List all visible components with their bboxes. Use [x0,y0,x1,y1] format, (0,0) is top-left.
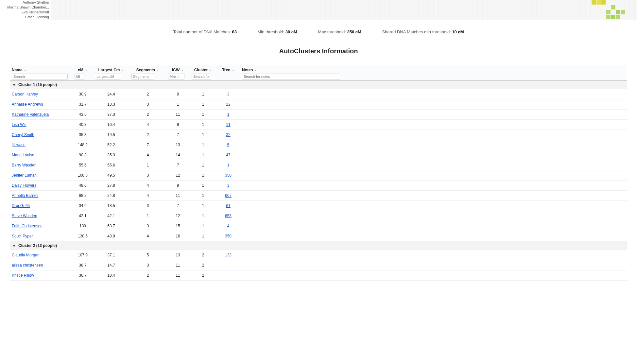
stat-total-value: 83 [232,29,236,34]
cell-cluster: 1 [190,181,216,191]
sort-icon[interactable]: ▲ [156,69,159,72]
cell-notes [240,89,627,99]
heatmap-row-label: Grace Henning [0,15,49,20]
cell-notes [240,211,627,221]
sort-icon[interactable]: ▲ [209,69,212,72]
tree-link[interactable]: 3 [227,92,230,96]
group-title: Cluster 2 [18,243,36,248]
match-name-link[interactable]: Kristie Pillow [12,273,34,278]
filter-name-input[interactable] [12,74,68,79]
match-name-link[interactable]: Barry Wasden [12,163,37,167]
group-count: (15 people) [36,82,57,87]
sort-icon[interactable]: ▲ [254,69,257,72]
match-name-link[interactable]: Cheryl Smith [12,132,34,137]
tree-link[interactable]: 47 [226,153,230,157]
match-name-link[interactable]: Annella Barnes [12,193,38,198]
group-row[interactable]: Cluster 2 (13 people) [10,241,627,250]
filter-cm-input[interactable] [75,74,84,79]
filter-largest-input[interactable] [95,74,121,79]
cell-largest: 42.1 [93,211,129,221]
cell-largest: 37.3 [93,110,129,120]
table-row: alissa christensen38.714.73112 [10,260,627,270]
match-name-link[interactable]: Annalise Andrews [12,102,43,107]
cell-cm: 68.2 [73,191,93,201]
cell-notes [240,201,627,211]
heatmap-grid-bg [51,0,637,20]
filter-cluster-input[interactable] [192,74,211,79]
tree-link[interactable]: 32 [226,132,230,137]
match-name-link[interactable]: Jenifer Luman [12,173,37,178]
sort-icon[interactable]: ▲ [24,69,27,72]
cell-cluster: 1 [190,120,216,130]
cell-tree: 4 [216,221,240,231]
cell-cm: 35.3 [73,130,93,140]
tree-link[interactable]: 4 [227,224,230,228]
col-header-icw[interactable]: ICW▲ [166,65,190,80]
tree-link[interactable]: 133 [225,253,232,257]
tree-link[interactable]: 1 [227,163,230,167]
heatmap-row-label: Eva Kleinschmidt [0,10,49,15]
sort-icon[interactable]: ▲ [121,69,124,72]
cell-cluster: 2 [190,250,216,260]
cell-tree: 133 [216,250,240,260]
col-header-name[interactable]: Name▲ [10,65,73,80]
match-name-link[interactable]: Carson Harvey [12,92,38,96]
col-header-cluster[interactable]: Cluster▲ [190,65,216,80]
cell-notes [240,140,627,150]
cluster-heatmap-strip: Anthony SheltonMartha Shawn Chamber...Ev… [0,0,637,23]
tree-link[interactable]: 3 [227,183,230,188]
filter-notes-input[interactable] [242,74,340,79]
stat-min-value: 30 cM [285,29,297,34]
table-row: Cheryl Smith35.319.527132 [10,130,627,140]
chevron-down-icon[interactable] [12,245,16,247]
tree-link[interactable]: 350 [225,173,232,178]
tree-link[interactable]: 1 [227,112,230,117]
col-label: Tree [222,68,230,72]
match-name-link[interactable]: Daisy Flowers [12,183,36,188]
table-row: Claudia Morgan107.937.15132133 [10,250,627,260]
match-name-link[interactable]: Lisa Will [12,122,26,127]
table-row: Kristie Pillow36.718.42112 [10,270,627,281]
col-header-segments[interactable]: Segments▲ [129,65,166,80]
tree-link[interactable]: 350 [225,234,232,238]
tree-link[interactable]: 61 [226,203,230,208]
cell-tree: 47 [216,150,240,160]
match-name-link[interactable]: Steve Wasden [12,214,37,218]
tree-link[interactable]: 653 [225,214,232,218]
match-name-link[interactable]: Souci Pyper [12,234,33,238]
col-header-largest[interactable]: Largest Cm▲ [93,65,129,80]
cell-largest: 35.3 [93,150,129,160]
tree-link[interactable]: 11 [226,122,230,127]
col-header-tree[interactable]: Tree▲ [216,65,240,80]
match-name-link[interactable]: DrgnGrl64 [12,203,30,208]
sort-icon[interactable]: ▲ [232,69,234,72]
table-row: jill wase148.252.271315 [10,140,627,150]
match-name-link[interactable]: Katharine Valenzuela [12,112,49,117]
match-name-link[interactable]: Marie Louise [12,153,34,157]
col-header-cm[interactable]: cM▲ [73,65,93,80]
match-name-link[interactable]: Claudia Morgan [12,253,40,257]
cell-tree: 3 [216,89,240,99]
cell-tree: 1 [216,110,240,120]
tree-link[interactable]: 5 [227,143,230,147]
table-row: Katharine Valenzuela43.537.321111 [10,110,627,120]
cell-cm: 90.3 [73,150,93,160]
cell-icw: 11 [166,110,190,120]
cell-cm: 107.9 [73,250,93,260]
group-row[interactable]: Cluster 1 (15 people) [10,80,627,89]
cell-largest: 18.4 [93,270,129,281]
sort-icon[interactable]: ▲ [85,69,88,72]
match-name-link[interactable]: jill wase [12,143,26,147]
tree-link[interactable]: 22 [226,102,230,107]
col-header-notes[interactable]: Notes▲ [240,65,627,80]
match-name-link[interactable]: alissa christensen [12,263,43,268]
cell-segments: 3 [129,170,166,181]
filter-segments-input[interactable] [131,74,154,79]
cell-cm: 130.6 [73,231,93,241]
cell-notes [240,260,627,270]
chevron-down-icon[interactable] [12,84,16,86]
match-name-link[interactable]: Faith Christensen [12,224,43,228]
tree-link[interactable]: 607 [225,193,232,198]
filter-icw-input[interactable] [168,74,184,79]
sort-icon[interactable]: ▲ [181,69,184,72]
